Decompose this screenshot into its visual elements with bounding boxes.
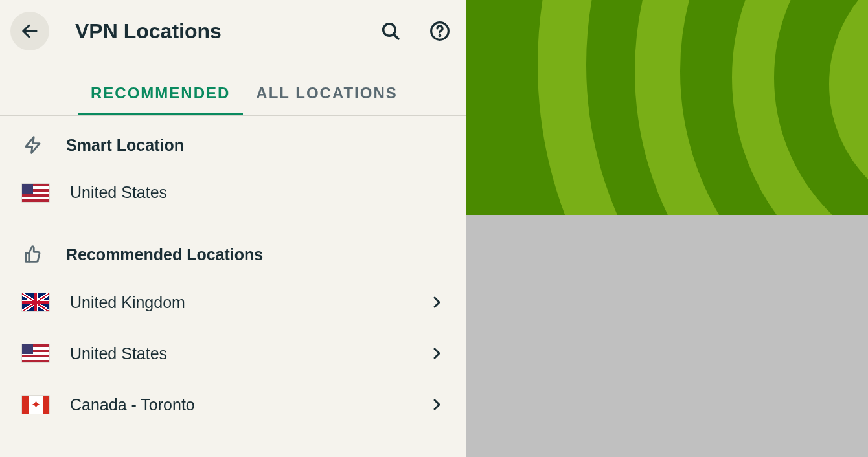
svg-line-2 <box>394 34 398 39</box>
back-button[interactable] <box>10 12 49 50</box>
flag-us-icon <box>22 184 49 202</box>
smart-location-header: Smart Location <box>0 116 466 168</box>
flag-us-icon <box>22 344 49 362</box>
svg-marker-5 <box>26 137 40 153</box>
flag-uk-icon <box>22 293 49 311</box>
flag-ca-icon: ✦ <box>22 396 49 414</box>
smart-location-title: Smart Location <box>66 136 184 155</box>
location-label: United States <box>70 344 167 363</box>
thumbs-up-icon <box>22 243 44 265</box>
help-icon <box>429 21 450 41</box>
arrow-left-icon <box>20 21 40 41</box>
location-label: United States <box>70 183 167 202</box>
search-icon <box>380 21 401 41</box>
search-button[interactable] <box>378 18 404 44</box>
location-label: United Kingdom <box>70 293 185 312</box>
panel-title: VPN Locations <box>75 19 222 43</box>
location-item-uk[interactable]: United Kingdom <box>0 277 466 328</box>
svg-point-4 <box>439 35 440 36</box>
locations-list: Smart Location United States Recommended… <box>0 116 466 457</box>
header-actions <box>378 18 453 44</box>
locations-panel: VPN Locations RECOMMENDED ALL LOCATIONS <box>0 0 466 457</box>
lightning-icon <box>22 134 44 156</box>
chevron-right-icon <box>427 344 446 363</box>
location-label: Canada - Toronto <box>70 396 195 414</box>
location-item-ca[interactable]: ✦ Canada - Toronto <box>0 379 466 430</box>
tab-all-locations[interactable]: ALL LOCATIONS <box>243 75 410 115</box>
recommended-title: Recommended Locations <box>66 245 263 264</box>
panel-header: VPN Locations <box>0 0 466 62</box>
recommended-header: Recommended Locations <box>0 217 466 277</box>
smart-location-item[interactable]: United States <box>0 168 466 217</box>
tab-recommended[interactable]: RECOMMENDED <box>78 75 243 115</box>
hero-background <box>466 0 868 215</box>
main-panel: Connected ••• ther apps securely. <box>466 0 868 457</box>
location-tabs: RECOMMENDED ALL LOCATIONS <box>0 62 466 116</box>
chevron-right-icon <box>427 395 446 414</box>
chevron-right-icon <box>427 293 446 312</box>
location-item-us[interactable]: United States <box>0 328 466 379</box>
help-button[interactable] <box>427 18 453 44</box>
